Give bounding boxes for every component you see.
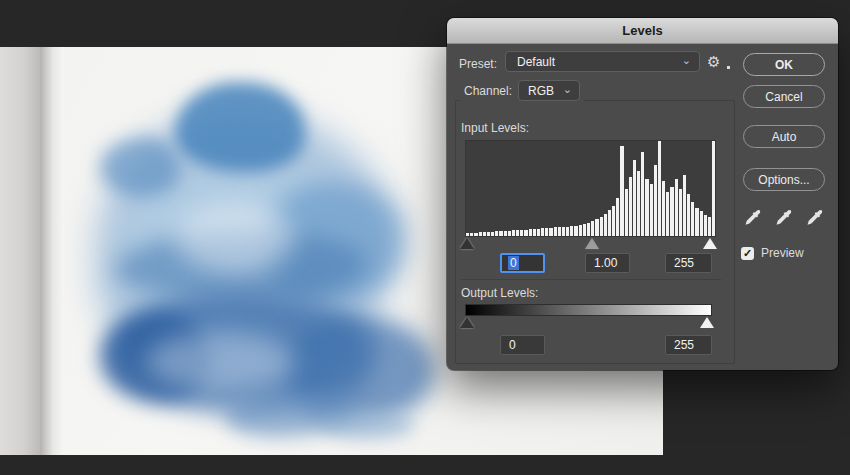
- chevron-down-icon: ⌄: [682, 55, 691, 65]
- histogram: [465, 140, 716, 237]
- preset-label: Preset:: [459, 57, 497, 71]
- options-button[interactable]: Options...: [743, 168, 825, 191]
- channel-label: Channel:: [464, 84, 512, 98]
- chevron-down-icon: ⌄: [563, 84, 572, 94]
- input-midtone-slider[interactable]: [585, 238, 599, 249]
- cancel-button[interactable]: Cancel: [743, 85, 825, 108]
- input-highlight-field[interactable]: 255: [665, 253, 712, 273]
- output-shadow-field[interactable]: 0: [500, 335, 545, 355]
- preset-dropdown[interactable]: Default ⌄: [505, 51, 700, 72]
- levels-dialog: Levels Preset: Default ⌄ ⚙ OK Cancel Aut…: [447, 18, 838, 370]
- channel-dropdown[interactable]: RGB ⌄: [518, 80, 580, 101]
- dialog-titlebar[interactable]: Levels: [447, 18, 838, 44]
- sketchbook-left-page: [0, 47, 40, 455]
- input-midtone-value: 1.00: [594, 256, 617, 270]
- output-shadow-slider[interactable]: [460, 317, 474, 328]
- input-highlight-value: 255: [674, 256, 694, 270]
- section-divider: [461, 279, 721, 280]
- output-highlight-field[interactable]: 255: [665, 335, 712, 355]
- watercolor-blob: [85, 82, 445, 432]
- preset-value: Default: [517, 55, 555, 69]
- preview-checkbox[interactable]: ✓: [741, 247, 754, 260]
- input-levels-label: Input Levels:: [461, 121, 529, 135]
- input-highlight-slider[interactable]: [703, 238, 717, 249]
- auto-button[interactable]: Auto: [743, 125, 825, 148]
- sketchbook-page-fold: [40, 47, 64, 455]
- white-point-eyedropper-icon[interactable]: [805, 208, 825, 228]
- ok-button[interactable]: OK: [743, 53, 825, 76]
- input-shadow-slider[interactable]: [460, 238, 474, 249]
- input-shadow-field[interactable]: 0: [500, 253, 545, 273]
- channel-value: RGB: [528, 84, 554, 98]
- black-point-eyedropper-icon[interactable]: [743, 208, 763, 228]
- output-highlight-value: 255: [674, 338, 694, 352]
- gray-point-eyedropper-icon[interactable]: [774, 208, 794, 228]
- output-highlight-slider[interactable]: [700, 317, 714, 328]
- output-gradient-bar: [465, 304, 712, 316]
- input-midtone-field[interactable]: 1.00: [585, 253, 630, 273]
- dialog-title: Levels: [622, 23, 662, 38]
- input-shadow-value: 0: [508, 256, 519, 270]
- output-levels-label: Output Levels:: [461, 286, 538, 300]
- output-shadow-value: 0: [509, 338, 516, 352]
- preview-checkbox-row[interactable]: ✓ Preview: [741, 246, 804, 260]
- preview-label: Preview: [761, 246, 804, 260]
- preset-options-gear-icon[interactable]: ⚙: [707, 53, 727, 71]
